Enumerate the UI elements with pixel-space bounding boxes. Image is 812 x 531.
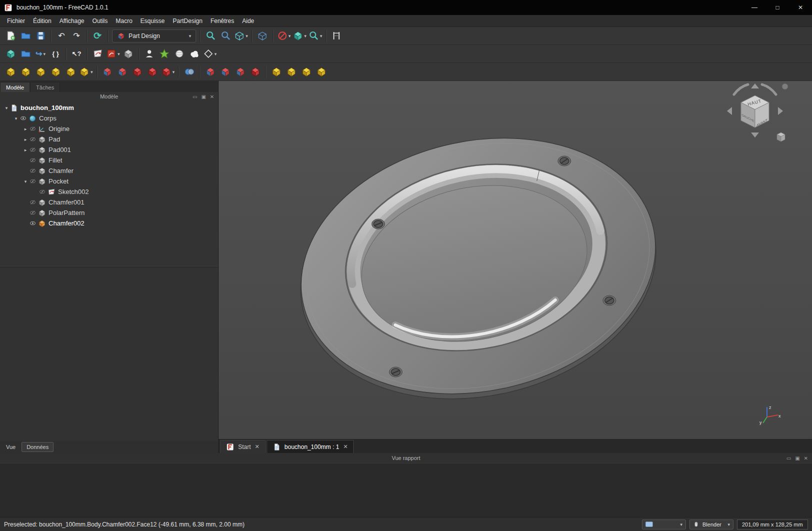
measure-button[interactable] (329, 28, 344, 44)
nav-rotate-right-icon[interactable] (762, 84, 776, 94)
close-button[interactable]: ✕ (789, 0, 812, 15)
navigation-cube[interactable]: HAUT GAUCHE AVANT (724, 82, 789, 146)
tab-vue[interactable]: Vue (2, 442, 20, 452)
dock-float-icon[interactable]: ▣ (795, 456, 799, 461)
tree-item-origine[interactable]: ▸ Origine (0, 124, 218, 134)
pocket-button[interactable] (100, 64, 115, 80)
multitransform-button[interactable] (314, 64, 329, 80)
nav-arrow-down-icon[interactable] (751, 132, 759, 138)
dock-minimize-icon[interactable]: ▭ (786, 456, 791, 461)
polar-pattern-button[interactable] (299, 64, 314, 80)
menu-esquisse[interactable]: Esquisse (137, 16, 169, 26)
draw-style-button[interactable]: ▾ (233, 28, 249, 44)
shape-binder-button[interactable] (172, 46, 187, 62)
maximize-button[interactable]: □ (766, 0, 789, 15)
dock-close-icon[interactable]: ✕ (210, 94, 214, 100)
3d-model[interactable] (219, 81, 812, 439)
tree-item-pad001[interactable]: ▸ Pad001 (0, 144, 218, 155)
menu-aide[interactable]: Aide (238, 16, 258, 26)
thickness-button[interactable] (248, 64, 263, 80)
nav-arrow-right-icon[interactable] (778, 107, 783, 115)
texture-view-button[interactable]: ▾ (292, 28, 308, 44)
dock-minimize-icon[interactable]: ▭ (193, 94, 197, 100)
tree-item-pad[interactable]: ▸ Pad (0, 134, 218, 144)
additive-helix-button[interactable] (63, 64, 78, 80)
unit-system-selector[interactable]: ▾ (642, 520, 686, 530)
check-geometry-button[interactable] (142, 46, 157, 62)
new-document-button[interactable] (3, 28, 18, 44)
tab-donnees[interactable]: Données (22, 442, 54, 452)
tree-item-bouchon-100mm[interactable]: ▾ bouchon_100mm (0, 102, 218, 113)
additive-primitive-button[interactable]: ▾ (78, 64, 94, 80)
whats-this-button[interactable]: ↖? (69, 46, 84, 62)
tree-item-fillet[interactable]: Fillet (0, 155, 218, 166)
nav-mini-cube-icon[interactable] (777, 132, 785, 142)
3d-viewport[interactable]: HAUT GAUCHE AVANT z x y (219, 81, 812, 439)
mirrored-button[interactable] (269, 64, 284, 80)
fit-all-button[interactable] (203, 28, 218, 44)
isometric-view-button[interactable] (255, 28, 270, 44)
screw-hole[interactable] (558, 156, 571, 166)
tree-item-chamfer001[interactable]: Chamfer001 (0, 197, 218, 208)
expander-icon[interactable]: ▸ (22, 126, 29, 132)
revolution-button[interactable] (18, 64, 33, 80)
linear-pattern-button[interactable] (284, 64, 299, 80)
nav-rotate-left-icon[interactable] (734, 84, 748, 94)
tree-item-chamfer[interactable]: Chamfer (0, 166, 218, 176)
menu-outils[interactable]: Outils (89, 16, 112, 26)
tree-item-sketch002[interactable]: Sketch002 (0, 186, 218, 197)
map-sketch-button[interactable] (121, 46, 136, 62)
expander-icon[interactable]: ▾ (13, 116, 20, 121)
hole-button[interactable] (115, 64, 130, 80)
tab-close-icon[interactable]: ✕ (255, 444, 259, 450)
datum-tools-button[interactable]: ▾ (202, 46, 218, 62)
screw-hole[interactable] (603, 296, 616, 306)
tab-taches[interactable]: Tâches (30, 82, 60, 92)
dock-float-icon[interactable]: ▣ (201, 94, 206, 100)
open-document-button[interactable] (18, 28, 33, 44)
screw-hole[interactable] (372, 219, 385, 229)
tab-start[interactable]: Start ✕ (220, 440, 266, 453)
nav-arrow-left-icon[interactable] (727, 107, 732, 115)
expander-icon[interactable]: ▾ (3, 106, 10, 110)
menu-macro[interactable]: Macro (112, 16, 136, 26)
menu-fenetres[interactable]: Fenêtres (207, 16, 238, 26)
boolean-operation-button[interactable] (182, 64, 197, 80)
nav-sphere-icon[interactable] (782, 84, 788, 90)
expander-icon[interactable]: ▸ (22, 148, 29, 152)
subtractive-helix-button[interactable] (145, 64, 160, 80)
create-body-button[interactable] (3, 46, 18, 62)
refresh-button[interactable]: ⟳ (90, 28, 105, 44)
workbench-selector[interactable]: Part Design ▾ (112, 30, 196, 42)
menu-fichier[interactable]: Fichier (3, 16, 29, 26)
save-button[interactable] (33, 28, 48, 44)
expander-icon[interactable]: ▾ (22, 179, 29, 184)
additive-loft-button[interactable] (33, 64, 48, 80)
menu-partdesign[interactable]: PartDesign (169, 16, 206, 26)
expander-icon[interactable]: ▸ (22, 137, 29, 142)
create-datum-button[interactable] (157, 46, 172, 62)
groove-button[interactable] (130, 64, 145, 80)
clipping-plane-button[interactable]: ▾ (276, 28, 292, 44)
draft-button[interactable] (233, 64, 248, 80)
screw-hole[interactable] (389, 367, 402, 377)
pad-button[interactable] (3, 64, 18, 80)
menu-affichage[interactable]: Affichage (56, 16, 89, 26)
tree-item-pocket[interactable]: ▾ Pocket (0, 176, 218, 186)
minimize-button[interactable]: — (743, 0, 766, 15)
create-clone-button[interactable] (187, 46, 202, 62)
tree-item-polarpattern[interactable]: PolarPattern (0, 208, 218, 218)
chamfer-button[interactable] (218, 64, 233, 80)
redo-button[interactable]: ↷ (69, 28, 84, 44)
nav-arrow-up-icon[interactable] (751, 84, 759, 88)
undo-button[interactable]: ↶ (54, 28, 69, 44)
dock-close-icon[interactable]: ✕ (804, 456, 808, 461)
subtractive-primitive-button[interactable]: ▾ (160, 64, 176, 80)
tab-close-icon[interactable]: ✕ (343, 444, 348, 450)
expression-editor-button[interactable]: { } (48, 46, 63, 62)
tab-modele[interactable]: Modèle (0, 82, 30, 92)
make-link-button[interactable]: ↪▾ (33, 46, 48, 62)
zoom-selection-button[interactable] (218, 28, 233, 44)
zoom-tools-button[interactable]: ▾ (308, 28, 324, 44)
tree-item-corps[interactable]: ▾ Corps (0, 113, 218, 124)
